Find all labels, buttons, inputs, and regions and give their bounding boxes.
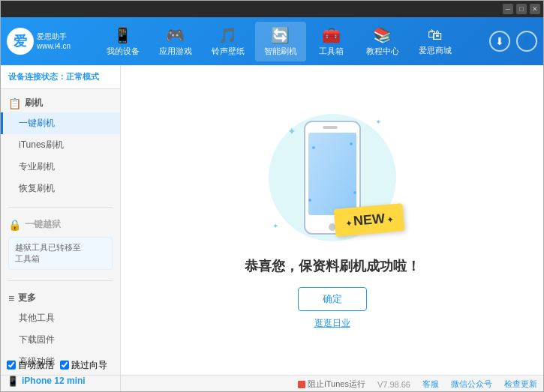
- nav-toolbox[interactable]: 🧰 工具箱: [308, 22, 356, 61]
- nav-ringtone[interactable]: 🎵 铃声壁纸: [203, 22, 254, 61]
- pro-label: 专业刷机: [19, 161, 55, 172]
- logo-icon: 爱: [7, 28, 34, 55]
- wechat-link[interactable]: 微信公众号: [451, 379, 492, 390]
- flash-section-icon: 📋: [8, 97, 21, 109]
- title-bar-controls: ─ □ ✕: [503, 4, 540, 14]
- sidebar-item-restore[interactable]: 恢复刷机: [1, 178, 120, 199]
- apps-label: 应用游戏: [159, 46, 192, 57]
- device-storage: 64GB: [7, 390, 28, 393]
- other-tools-label: 其他工具: [19, 313, 55, 323]
- svg-point-6: [350, 142, 353, 145]
- sparkle-3: ✦: [272, 222, 278, 230]
- one-click-label: 一键刷机: [19, 118, 55, 128]
- itunes-stop[interactable]: 阻止iTunes运行: [298, 379, 365, 390]
- smart-flash-icon: 🔄: [271, 26, 290, 44]
- tutorial-label: 教程中心: [366, 46, 399, 57]
- status-value: 正常模式: [66, 72, 99, 81]
- phone-badge-wrapper: ✦ ✦ ✦ NEW: [265, 110, 400, 245]
- svg-point-8: [308, 199, 311, 202]
- svg-rect-3: [323, 126, 338, 129]
- status-center-right: 阻止iTunes运行 V7.98.66 客服 微信公众号 检查更新: [121, 379, 543, 390]
- flash-section-title: 📋 刷机: [1, 94, 120, 112]
- download-button[interactable]: ⬇: [489, 31, 510, 52]
- jailbreak-title: 一键越狱: [25, 218, 61, 231]
- nav-my-device[interactable]: 📱 我的设备: [98, 22, 149, 61]
- sidebar-item-itunes[interactable]: iTunes刷机: [1, 134, 120, 156]
- version-text: V7.98.66: [377, 380, 410, 389]
- device-phone-icon: 📱: [7, 376, 19, 387]
- close-button[interactable]: ✕: [530, 4, 540, 14]
- logo-area: 爱 爱思助手 www.i4.cn: [7, 28, 74, 55]
- jailbreak-section: 🔒 一键越狱 越狱工具已转移至工具箱: [1, 211, 120, 277]
- jailbreak-notice: 越狱工具已转移至工具箱: [8, 237, 113, 270]
- maximize-button[interactable]: □: [516, 4, 527, 14]
- nav-smart-flash[interactable]: 🔄 智能刷机: [255, 22, 306, 61]
- download-fw-label: 下载固件: [19, 334, 55, 345]
- itunes-stop-label: 阻止iTunes运行: [308, 379, 365, 390]
- skip-wizard-checkbox[interactable]: 跳过向导: [60, 359, 107, 372]
- auto-connect-input[interactable]: [7, 361, 16, 370]
- more-title: 更多: [18, 292, 36, 304]
- status-left: 自动激活 跳过向导 📱 iPhone 12 mini 64GB Down-12m…: [1, 376, 121, 392]
- success-text: 恭喜您，保资料刷机成功啦！: [245, 257, 420, 275]
- mall-icon: 🛍: [428, 26, 443, 43]
- title-bar: ─ □ ✕: [1, 1, 543, 17]
- nav-items: 📱 我的设备 🎮 应用游戏 🎵 铃声壁纸 🔄 智能刷机 🧰 工具箱 📚: [74, 22, 483, 61]
- svg-point-5: [312, 146, 315, 149]
- my-device-label: 我的设备: [107, 46, 140, 57]
- minimize-button[interactable]: ─: [503, 4, 513, 14]
- app-wrapper: ─ □ ✕ 爱 爱思助手 www.i4.cn 📱 我的设备 🎮 应用游戏 🎵: [0, 0, 544, 392]
- action-buttons: 确定 逛逛日业: [298, 287, 367, 330]
- auto-connect-label: 自动激活: [18, 359, 54, 372]
- top-nav: 爱 爱思助手 www.i4.cn 📱 我的设备 🎮 应用游戏 🎵 铃声壁纸 🔄 …: [1, 17, 543, 65]
- jailbreak-notice-text: 越狱工具已转移至工具箱: [15, 243, 81, 263]
- my-device-icon: 📱: [113, 26, 132, 44]
- sidebar-item-other-tools[interactable]: 其他工具: [1, 307, 120, 329]
- connection-status: 设备连接状态：正常模式: [1, 65, 120, 89]
- nav-apps-games[interactable]: 🎮 应用游戏: [150, 22, 201, 61]
- toolbox-icon: 🧰: [322, 26, 341, 44]
- confirm-button[interactable]: 确定: [298, 287, 367, 311]
- shop-link[interactable]: 逛逛日业: [314, 317, 350, 330]
- apps-icon: 🎮: [166, 26, 185, 44]
- nav-mall[interactable]: 🛍 爱思商城: [410, 22, 461, 61]
- skip-wizard-input[interactable]: [60, 361, 69, 370]
- mall-label: 爱思商城: [419, 45, 452, 56]
- checkboxes-row: 自动激活 跳过向导: [7, 358, 114, 373]
- svg-rect-4: [308, 133, 356, 215]
- user-button[interactable]: 👤: [516, 31, 537, 52]
- skip-wizard-label: 跳过向导: [71, 359, 107, 372]
- logo-text: 爱思助手 www.i4.cn: [37, 31, 71, 51]
- app-website: www.i4.cn: [37, 41, 71, 51]
- status-strip: 自动激活 跳过向导 📱 iPhone 12 mini 64GB Down-12m…: [1, 375, 543, 392]
- auto-connect-checkbox[interactable]: 自动激活: [7, 359, 54, 372]
- success-illustration: ✦ ✦ ✦ NEW 恭喜您，保资料刷机成功啦！ 确定 逛逛日业: [245, 110, 420, 330]
- check-update-link[interactable]: 检查更新: [504, 379, 537, 390]
- nav-right: ⬇ 👤: [489, 31, 537, 52]
- app-name: 爱思助手: [37, 31, 71, 41]
- support-link[interactable]: 客服: [422, 379, 439, 390]
- jailbreak-section-title: 🔒 一键越狱: [1, 215, 120, 234]
- sidebar-item-pro[interactable]: 专业刷机: [1, 156, 120, 178]
- sidebar-item-download-fw[interactable]: 下载固件: [1, 329, 120, 351]
- nav-tutorial[interactable]: 📚 教程中心: [357, 22, 408, 61]
- content-area: ✦ ✦ ✦ NEW 恭喜您，保资料刷机成功啦！ 确定 逛逛日业: [121, 65, 543, 375]
- more-icon: ≡: [8, 292, 14, 304]
- flash-section: 📋 刷机 一键刷机 iTunes刷机 专业刷机 恢复刷机: [1, 89, 120, 204]
- status-left-content: 自动激活 跳过向导 📱 iPhone 12 mini 64GB Down-12m…: [7, 358, 114, 393]
- divider-1: [8, 207, 113, 208]
- status-label: 设备连接状态：: [8, 72, 66, 81]
- flash-title: 刷机: [25, 97, 43, 109]
- itunes-label: iTunes刷机: [19, 139, 64, 150]
- divider-2: [8, 280, 113, 281]
- jailbreak-icon: 🔒: [8, 219, 21, 231]
- main-layout: 设备连接状态：正常模式 📋 刷机 一键刷机 iTunes刷机 专业刷机: [1, 65, 543, 375]
- restore-label: 恢复刷机: [19, 183, 55, 193]
- toolbox-label: 工具箱: [319, 46, 344, 57]
- svg-point-7: [353, 191, 356, 194]
- device-name: iPhone 12 mini: [22, 376, 86, 386]
- tutorial-icon: 📚: [373, 26, 392, 44]
- ringtone-icon: 🎵: [218, 26, 237, 44]
- sidebar-item-one-click[interactable]: 一键刷机: [1, 112, 120, 134]
- smart-flash-label: 智能刷机: [264, 46, 297, 57]
